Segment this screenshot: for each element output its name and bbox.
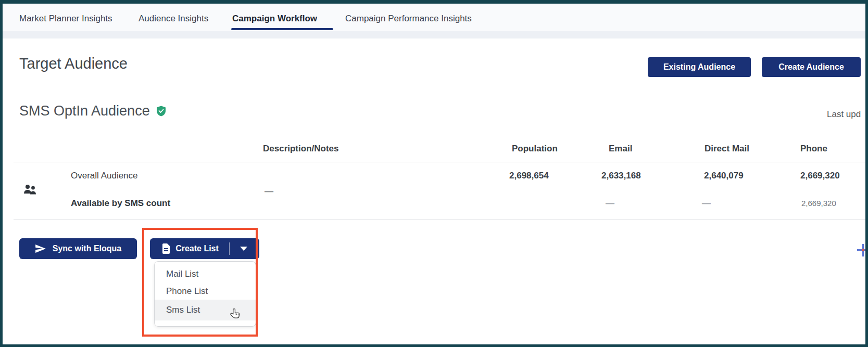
col-header-description: Description/Notes (263, 144, 338, 154)
last-updated-text: Last upd (827, 109, 861, 120)
create-list-dropdown-menu: Mail List Phone List Sms List (154, 261, 256, 327)
page-title: Target Audience (19, 55, 128, 72)
col-header-direct-mail: Direct Mail (705, 144, 749, 154)
sync-with-eloqua-button[interactable]: Sync with Eloqua (19, 238, 137, 259)
col-header-population: Population (512, 144, 558, 154)
sms-phone-value: 2,669,320 (801, 199, 836, 208)
audience-heading: SMS OptIn Audience (19, 103, 166, 119)
button-separator (229, 242, 230, 255)
tab-market-planner-insights[interactable]: Market Planner Insights (19, 14, 112, 24)
table-bottom-divider (14, 220, 865, 220)
col-header-phone: Phone (800, 144, 827, 154)
active-tab-underline (231, 28, 333, 30)
row-label-overall-audience: Overall Audience (71, 171, 138, 181)
menu-item-phone-list[interactable]: Phone List (155, 282, 256, 300)
tab-campaign-workflow[interactable]: Campaign Workflow (232, 14, 317, 24)
sms-direct-mail-dash: — (702, 198, 711, 209)
plus-marker-icon (857, 244, 868, 256)
create-list-button[interactable]: Create List (150, 238, 259, 259)
col-header-email: Email (609, 144, 632, 154)
audience-people-icon (23, 183, 37, 198)
create-list-button-label: Create List (175, 244, 219, 253)
create-audience-button[interactable]: Create Audience (762, 57, 861, 77)
chevron-down-icon[interactable] (240, 247, 247, 251)
menu-item-sms-list[interactable]: Sms List (155, 300, 256, 320)
sync-button-label: Sync with Eloqua (53, 244, 121, 253)
tab-audience-insights[interactable]: Audience Insights (139, 14, 208, 24)
nav-divider-band (3, 31, 865, 38)
overall-description-dash: — (265, 186, 273, 197)
tab-campaign-performance-insights[interactable]: Campaign Performance Insights (345, 14, 472, 24)
overall-direct-mail-value: 2,640,079 (704, 171, 744, 181)
overall-phone-value: 2,669,320 (800, 171, 840, 181)
campaign-workflow-screen: Market Planner Insights Audience Insight… (0, 0, 868, 347)
overall-population-value: 2,698,654 (509, 171, 549, 181)
document-icon (162, 243, 170, 254)
verified-shield-icon (156, 106, 166, 117)
table-header-divider (14, 162, 865, 162)
audience-name: SMS OptIn Audience (19, 103, 150, 119)
existing-audience-button[interactable]: Existing Audience (648, 57, 751, 77)
row-label-available-by-sms: Available by SMS count (71, 198, 170, 209)
overall-email-value: 2,633,168 (601, 171, 641, 181)
send-icon (35, 244, 46, 253)
sms-email-dash: — (606, 198, 614, 209)
menu-item-mail-list[interactable]: Mail List (155, 265, 256, 282)
